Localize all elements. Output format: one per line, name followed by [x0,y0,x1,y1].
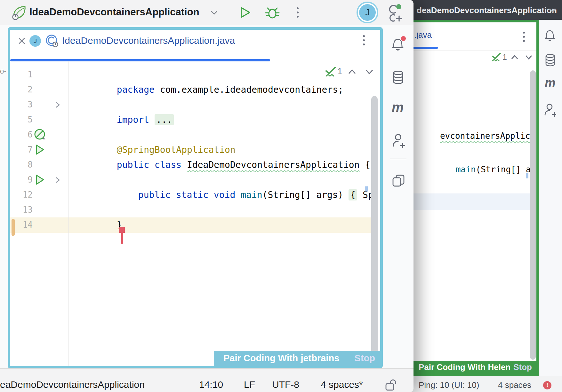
error-exclamation: ! [543,381,551,388]
line-number: 8 [13,157,33,172]
folded-imports[interactable]: ... [155,114,174,125]
line-number: 6 [13,127,33,142]
error-badge[interactable]: ! [543,381,551,389]
maven-icon[interactable]: m [545,76,556,90]
tab-avatar-letter: J [29,37,41,45]
line-number: 13 [13,202,33,217]
host-pair-coding-banner: Pair Coding With jetbrains Stop [214,351,380,366]
editor-scrollbar[interactable] [371,96,378,361]
code-with-me-icon[interactable] [386,4,405,22]
line-number: 2 [13,82,33,97]
scrollbar-caret-mark [365,186,368,192]
guest-pair-coding-banner: Pair Coding With Helen Stop [412,361,536,373]
database-icon[interactable] [545,54,556,67]
chevron-down-icon[interactable] [549,7,557,13]
guest-tab-options-kebab-icon[interactable] [522,29,526,44]
ping-indicator: Ping: 10 (UI: 10) [419,380,479,390]
indent-widget[interactable]: 4 spaces* [321,379,363,390]
add-user-icon[interactable] [543,103,556,118]
guest-editor-scrollbar[interactable] [530,70,536,360]
host-avatar[interactable]: J [357,2,378,23]
class-file-icon [45,34,59,48]
guest-caret-mark [526,173,528,178]
stripe-divider [390,159,406,159]
run-main-gutter-icon[interactable] [34,174,45,186]
line-number: 9 [13,172,33,187]
banner-label: Pair Coding With jetbrains [223,353,339,364]
guest-tab-underline [412,47,438,49]
guest-project-selector[interactable]: deaDemoDevcontainersApplication [417,5,557,15]
line-number: 1 [13,67,33,82]
clipped-background-artifact: o- [0,67,6,75]
banner-label: Pair Coding With Helen [419,362,510,372]
spring-boot-icon [11,4,28,20]
desktop: deaDemoDevcontainersApplication m .java … [0,0,562,392]
stop-button[interactable]: Stop [355,353,375,364]
guest-window-title: deaDemoDevcontainersApplication [417,5,557,15]
debug-button[interactable] [264,4,280,20]
code-line-9: public static void main(String[] args) {… [95,172,371,217]
line-number: 7 [13,142,33,157]
tab-close-icon[interactable] [18,37,26,45]
guest-tool-stripe [539,20,562,376]
active-tab-underline [10,59,270,61]
stop-button[interactable]: Stop [513,362,532,372]
avatar-letter: J [359,7,376,18]
fold-chevron-icon[interactable] [54,101,61,109]
line-separator-widget[interactable]: LF [244,379,255,390]
tab-options-kebab-icon[interactable] [362,33,365,48]
class-name-fragment: evcontainersApplicatio [440,131,530,141]
copy-windows-icon[interactable] [392,174,405,188]
indent-indicator[interactable]: 4 spaces [498,380,531,390]
guest-code-line: main(String[] args) { [426,145,530,193]
fold-chevron-icon[interactable] [54,176,61,184]
guest-tab-java[interactable]: .java [414,30,432,40]
status-project-name: eaDemoDevcontainersApplication [0,379,145,390]
editor-code-area[interactable]: package com.example.ideademodevcontainer… [68,63,371,366]
unlocked-padlock-icon[interactable] [385,378,398,391]
toolbar-more-kebab-icon[interactable] [296,5,300,20]
guest-editor[interactable]: evcontainersApplicatio main(String[] arg… [412,51,530,361]
caret-position-widget[interactable]: 14:10 [199,379,223,390]
add-user-icon[interactable] [392,133,405,149]
database-icon[interactable] [392,70,404,84]
code-line-13: } [74,202,122,247]
run-configuration-selector[interactable]: IdeaDemoDevcontainersApplication [29,6,199,18]
run-class-gutter-icon[interactable] [34,144,45,156]
notifications-bell-icon[interactable] [544,29,556,42]
remote-caret-stem [121,233,123,244]
folded-method-body[interactable]: { [349,189,357,200]
chevron-down-icon[interactable] [210,10,218,16]
line-number: 14 [13,217,33,232]
notification-dot [400,35,407,42]
run-button[interactable] [237,5,252,20]
remote-caret-flag [119,227,125,233]
encoding-widget[interactable]: UTF-8 [272,379,299,390]
class-name: IdeaDemoDevcontainersApplication [187,160,359,170]
tab-file-name[interactable]: IdeaDemoDevcontainersApplication.java [62,35,235,46]
line-number: 3 [13,97,33,112]
line-number: 5 [13,112,33,127]
host-window: IdeaDemoDevcontainersApplication J o- [0,0,413,392]
line-number: 12 [13,187,33,202]
maven-icon[interactable]: m [392,100,404,115]
avatar-inner: J [359,4,376,21]
tab-collaborator-avatar: J [29,35,41,47]
run-disabled-gutter-icon[interactable] [33,128,47,142]
guest-caret-row-highlight [412,193,530,210]
